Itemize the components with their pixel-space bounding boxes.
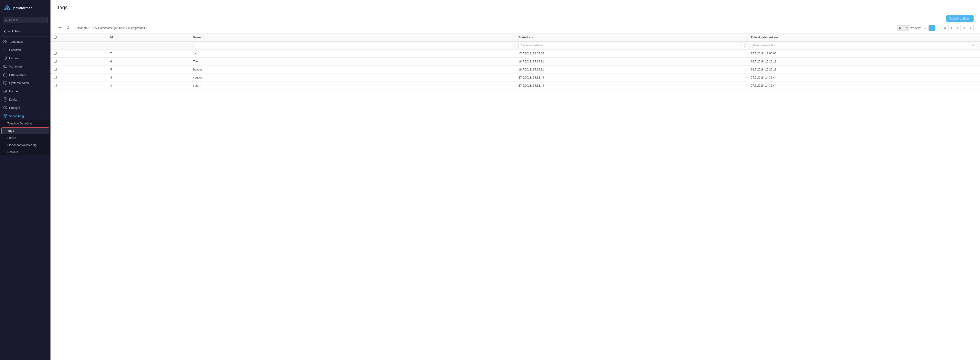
- varianten-label: Varianten: [9, 65, 22, 68]
- sidebar-item-systemmedien[interactable]: Systemmedien ›: [0, 79, 51, 87]
- settings-icon: [58, 26, 62, 29]
- produzenten-icon: [3, 73, 7, 77]
- sidebar-item-preflight[interactable]: Preflight ›: [0, 104, 51, 112]
- row-5-checkbox[interactable]: [54, 84, 57, 87]
- svg-point-2: [6, 7, 8, 9]
- preflight-icon: [3, 106, 7, 110]
- zuletzt-header: Zuletzt geändert am: [748, 33, 980, 41]
- row-checkbox-cell: [51, 82, 107, 90]
- drafts-chevron: ›: [46, 98, 47, 101]
- search-box[interactable]: [3, 17, 48, 23]
- produzenten-chevron: ›: [46, 73, 47, 76]
- row-value: coupon: [190, 74, 515, 82]
- main-content: Tags Tags hinzufügen Aktionen 27 Datensä…: [51, 0, 980, 360]
- search-icon: [5, 19, 8, 22]
- svg-point-26: [4, 114, 5, 116]
- sidebar-item-templates[interactable]: Templates ›: [0, 37, 51, 46]
- sub-item-effekte[interactable]: Effekte: [0, 135, 51, 142]
- tags-table: Id Value Erstellt am ↓ Zuletzt geändert …: [51, 33, 980, 90]
- svg-line-30: [5, 116, 6, 116]
- svg-rect-7: [4, 42, 5, 43]
- farben-label: Farben: [9, 56, 19, 60]
- svg-text:A: A: [4, 48, 6, 52]
- table-row: 6 Titel 16.7.2018, 15:26:11 16.7.2018, 1…: [51, 57, 980, 66]
- svg-rect-11: [4, 65, 7, 67]
- sidebar-item-drafts[interactable]: Drafts ›: [0, 95, 51, 104]
- erstellt-clear-button[interactable]: ✕: [740, 44, 743, 47]
- erstellt-date-filter[interactable]: Datum auswählen ✕: [519, 43, 745, 48]
- systemmedien-icon: [3, 81, 7, 85]
- row-3-checkbox[interactable]: [54, 68, 57, 71]
- sub-item-template-datakeys[interactable]: Template DataKeys: [0, 120, 51, 127]
- row-value: 1x1: [190, 49, 515, 57]
- svg-line-29: [4, 116, 5, 116]
- publish-label: ← Publish: [8, 30, 21, 33]
- svg-point-28: [5, 116, 6, 118]
- sidebar-item-schriften[interactable]: A Schriften ›: [0, 46, 51, 54]
- systemmedien-label: Systemmedien: [9, 81, 29, 85]
- svg-marker-19: [5, 90, 7, 92]
- produzenten-label: Produzenten: [9, 73, 26, 76]
- templates-icon: [3, 40, 7, 44]
- row-id: 3: [107, 82, 190, 90]
- page-6-button[interactable]: 6: [961, 25, 967, 31]
- next-page-button[interactable]: ›: [967, 25, 974, 31]
- table-toolbar: Aktionen 27 Datensätze gefunden ( 0 ausg…: [51, 23, 980, 33]
- prev-page-button[interactable]: ‹: [923, 25, 929, 31]
- page-3-button[interactable]: 3: [942, 25, 948, 31]
- schriften-icon: A: [3, 48, 7, 52]
- row-4-checkbox[interactable]: [54, 76, 57, 79]
- page-5-button[interactable]: 5: [955, 25, 961, 31]
- value-filter-input[interactable]: [193, 43, 512, 48]
- sidebar-item-farben[interactable]: Farben ›: [0, 54, 51, 62]
- page-4-button[interactable]: 4: [948, 25, 954, 31]
- svg-rect-14: [4, 73, 6, 74]
- row-2-checkbox[interactable]: [54, 60, 57, 63]
- sidebar-item-varianten[interactable]: Varianten ›: [0, 62, 51, 70]
- systemmedien-chevron: ›: [46, 82, 47, 84]
- page-2-button[interactable]: 2: [935, 25, 942, 31]
- svg-point-3: [5, 19, 7, 21]
- sub-item-tags[interactable]: Tags: [2, 127, 49, 134]
- svg-rect-15: [4, 81, 7, 84]
- row-checkbox-cell: [51, 74, 107, 82]
- per-page-label: Pro Seite: [910, 26, 921, 30]
- aktionen-button[interactable]: Aktionen: [73, 25, 92, 31]
- row-1-checkbox[interactable]: [54, 52, 57, 55]
- svg-rect-5: [4, 40, 5, 41]
- zuletzt-date-filter[interactable]: Datum auswählen ✕: [751, 43, 977, 48]
- drafts-icon: [3, 97, 7, 102]
- refresh-icon: [66, 26, 70, 29]
- publish-section[interactable]: ← Publish: [0, 27, 51, 35]
- sidebar-item-formen[interactable]: Formen ›: [0, 87, 51, 95]
- search-input[interactable]: [9, 18, 46, 22]
- sidebar-item-verwaltung[interactable]: Verwaltung ˅: [0, 112, 51, 120]
- filter-checkbox-cell: [51, 41, 107, 49]
- value-header: Value: [190, 33, 515, 41]
- refresh-button[interactable]: [65, 25, 71, 31]
- page-1-button[interactable]: 1: [929, 25, 935, 31]
- per-page-dropdown[interactable]: 5 10 25 50 100: [897, 25, 909, 31]
- row-zuletzt: 16.7.2018, 15:26:11: [748, 57, 980, 66]
- top-action-bar: Tags hinzufügen: [51, 13, 980, 23]
- row-checkbox-cell: [51, 66, 107, 74]
- add-tags-button[interactable]: Tags hinzufügen: [946, 15, 974, 22]
- logo-text: printformer: [13, 6, 32, 10]
- sub-item-derivate[interactable]: Derivate: [0, 148, 51, 155]
- zuletzt-clear-button[interactable]: ✕: [972, 44, 975, 47]
- varianten-chevron: ›: [46, 65, 47, 68]
- erstellt-am-header[interactable]: Erstellt am ↓: [515, 33, 748, 41]
- row-erstellt: 27.6.2018, 14:32:44: [515, 74, 748, 82]
- settings-button[interactable]: [57, 25, 63, 31]
- row-zuletzt: 16.7.2018, 15:26:11: [748, 66, 980, 74]
- row-zuletzt: 27.6.2018, 14:32:44: [748, 82, 980, 90]
- table-header: Id Value Erstellt am ↓ Zuletzt geändert …: [51, 33, 980, 49]
- printformer-logo-icon: [3, 4, 11, 12]
- sub-item-blockinhaltsvalidierung[interactable]: Blockinhaltsvalidierung: [0, 142, 51, 148]
- verwaltung-chevron: ˅: [46, 115, 47, 117]
- toolbar-right: 5 10 25 50 100 Pro Seite ‹ 1 2 3 4 5 6 ›: [897, 25, 974, 31]
- formen-label: Formen: [9, 89, 19, 93]
- sidebar-item-produzenten[interactable]: Produzenten ›: [0, 70, 51, 79]
- row-id: 5: [107, 66, 190, 74]
- select-all-checkbox[interactable]: [54, 36, 57, 38]
